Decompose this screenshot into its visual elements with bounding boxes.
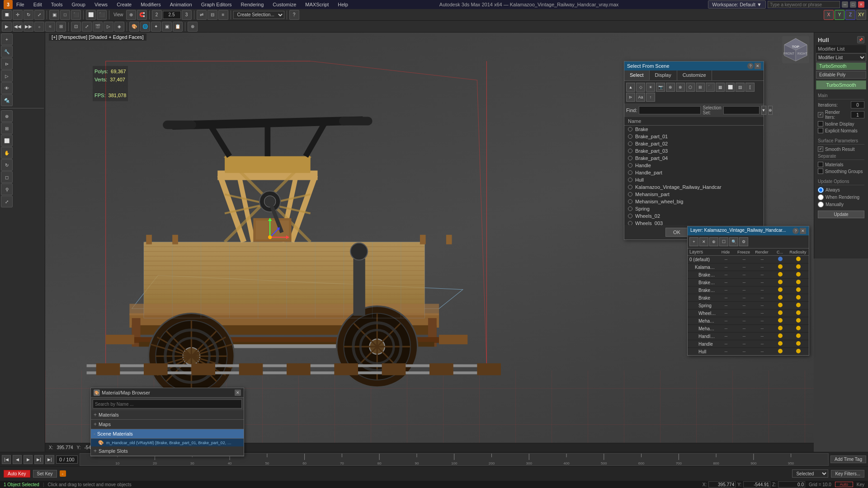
tb2-render[interactable]: ▷: [104, 22, 113, 32]
prev-frame-btn[interactable]: ◀: [13, 455, 22, 464]
mb-section-sample-slots[interactable]: + Sample Slots: [91, 446, 244, 456]
next-frame-btn[interactable]: ▶|: [34, 455, 43, 464]
sfs-selection-set-input[interactable]: [723, 106, 760, 114]
create-tab[interactable]: +: [1, 33, 13, 45]
snap-2d[interactable]: 2: [152, 10, 162, 20]
ld-layer-item[interactable]: Kalamazoo...ay_H... ─ ─ ─: [688, 263, 809, 271]
select-tool[interactable]: 🔲: [2, 10, 12, 20]
sfs-tb-cameras[interactable]: 📷: [656, 83, 665, 92]
mb-scene-material-item[interactable]: 🎨 m_Handcar_old (VRayMtl) [Brake, Brake_…: [91, 439, 244, 446]
tb2-activeshade[interactable]: ◈: [114, 22, 124, 32]
manually-radio[interactable]: [818, 202, 824, 207]
mb-search-input[interactable]: [93, 399, 242, 408]
sfs-tb-helpers[interactable]: ⊕: [666, 83, 675, 92]
smoothing-groups-checkbox[interactable]: [818, 169, 823, 174]
sfs-list-item[interactable]: Brake_part_02: [624, 140, 764, 147]
search-input[interactable]: [768, 1, 840, 8]
key-filters-btn[interactable]: Key Filters...: [831, 470, 864, 478]
walk-thru[interactable]: ⚲: [1, 183, 13, 195]
nav-cube[interactable]: TOP FRONT RIGHT: [782, 36, 809, 63]
zoom-region-btn[interactable]: ⬜: [1, 135, 13, 146]
modifier-dropdown[interactable]: Modifier List: [816, 53, 866, 61]
mb-close-btn[interactable]: ✕: [235, 389, 241, 396]
close-btn[interactable]: ✕: [858, 1, 864, 8]
ld-layer-item[interactable]: Mehanism_part ─ ─ ─: [688, 325, 809, 333]
field-of-view[interactable]: ◻: [1, 171, 13, 183]
orbit-btn[interactable]: ↻: [1, 159, 13, 171]
menu-file[interactable]: File: [14, 2, 26, 7]
when-rendering-radio[interactable]: [818, 194, 824, 200]
maximize-viewport[interactable]: ⤢: [1, 196, 13, 207]
ld-select-obj[interactable]: ☐: [719, 237, 728, 246]
go-end-btn[interactable]: ▶|: [45, 455, 54, 464]
sfs-list-item[interactable]: Handle: [624, 162, 764, 169]
ld-delete-layer[interactable]: ✕: [699, 237, 708, 246]
menu-modifiers[interactable]: Modifiers: [139, 2, 163, 7]
toggle-x[interactable]: X: [824, 10, 834, 20]
select-invert[interactable]: ⬛: [71, 10, 81, 20]
selected-dropdown[interactable]: Selected: [792, 469, 828, 478]
workspace-selector[interactable]: Workspace: Default ▼: [708, 0, 766, 9]
ld-new-layer[interactable]: +: [689, 237, 698, 246]
coord-x-input[interactable]: [708, 481, 736, 488]
tb2-scene-explorer[interactable]: 📋: [173, 22, 183, 32]
menu-rendering[interactable]: Rendering: [239, 2, 266, 7]
key-icon[interactable]: ⬦: [60, 470, 66, 477]
sfs-list-item[interactable]: Hull: [624, 176, 764, 183]
smooth-result-checkbox[interactable]: [818, 146, 823, 152]
sfs-help-btn[interactable]: ?: [747, 63, 754, 69]
tb2-prev[interactable]: ◀◀: [13, 22, 23, 32]
layer-manager[interactable]: ≡: [218, 10, 228, 20]
select-window[interactable]: ⬜: [86, 10, 96, 20]
ld-close-btn[interactable]: ✕: [800, 228, 806, 234]
sfs-tb-objects[interactable]: ⬛: [706, 83, 715, 92]
update-btn[interactable]: Update: [818, 211, 864, 218]
sfs-object-list[interactable]: BrakeBrake_part_01Brake_part_02Brake_par…: [624, 126, 764, 225]
add-time-tag-btn[interactable]: Add Time Tag: [830, 455, 866, 463]
toggle-xy[interactable]: XY: [856, 10, 866, 20]
sfs-sel-set-btn2[interactable]: ⊕: [768, 106, 773, 115]
tb2-material-editor[interactable]: 🎨: [129, 22, 139, 32]
align-tool[interactable]: ⊟: [208, 10, 217, 20]
sfs-list-item[interactable]: Spring: [624, 205, 764, 212]
sfs-list-item[interactable]: Brake_part_01: [624, 133, 764, 140]
pin-btn[interactable]: 📌: [857, 36, 864, 43]
sfs-tb-lights[interactable]: ☀: [646, 83, 655, 92]
tb2-effects[interactable]: ✦: [151, 22, 161, 32]
ld-find-layer[interactable]: 🔍: [729, 237, 738, 246]
sfs-tab-customize[interactable]: Customize: [677, 70, 712, 80]
ld-layer-item[interactable]: Mehanism_wheel ─ ─ ─: [688, 317, 809, 325]
modify-tab[interactable]: 🔧: [1, 46, 13, 57]
turbomooth-modifier[interactable]: TurboSmooth: [816, 62, 866, 70]
explicit-normals-checkbox[interactable]: [818, 128, 823, 133]
sfs-list-item[interactable]: Handle_part: [624, 169, 764, 176]
ld-layer-item[interactable]: Hull ─ ─ ─: [688, 348, 809, 355]
scale-tool[interactable]: ⤢: [34, 10, 44, 20]
go-start-btn[interactable]: |◀: [2, 455, 11, 464]
tb2-curve[interactable]: ≈: [45, 22, 55, 32]
ld-layer-item[interactable]: 0 (default) ─ ─ ─: [688, 256, 809, 263]
menu-customize[interactable]: Customize: [271, 2, 298, 7]
ld-layer-item[interactable]: Handle ─ ─ ─: [688, 340, 809, 348]
select-all[interactable]: ▣: [49, 10, 59, 20]
menu-maxscript[interactable]: MAXScript: [303, 2, 330, 7]
tb2-key[interactable]: ⬦: [34, 22, 44, 32]
render-iters-checkbox[interactable]: [818, 112, 823, 117]
tb2-ram-player[interactable]: ▣: [162, 22, 172, 32]
selection-set-dropdown[interactable]: Create Selection...: [233, 11, 284, 19]
select-none[interactable]: □: [60, 10, 70, 20]
motion-tab[interactable]: ▷: [1, 70, 13, 82]
zoom-all-btn[interactable]: ⊞: [1, 122, 13, 134]
ld-help-btn[interactable]: ?: [793, 228, 799, 234]
hierarchy-tab[interactable]: ⊳: [1, 58, 13, 70]
toggle-y[interactable]: Y: [835, 10, 844, 20]
maximize-btn[interactable]: □: [850, 1, 856, 8]
rotate-tool[interactable]: ↻: [24, 10, 33, 20]
tb2-dope[interactable]: ⊞: [56, 22, 66, 32]
menu-group[interactable]: Group: [70, 2, 87, 7]
sfs-tab-select[interactable]: Select: [624, 70, 650, 80]
play-btn[interactable]: ▶: [24, 455, 33, 464]
set-key-btn[interactable]: Set Key: [33, 470, 57, 478]
snap-value-input[interactable]: [163, 11, 181, 19]
sfs-tb-display-subtree[interactable]: ⊳: [626, 93, 635, 102]
